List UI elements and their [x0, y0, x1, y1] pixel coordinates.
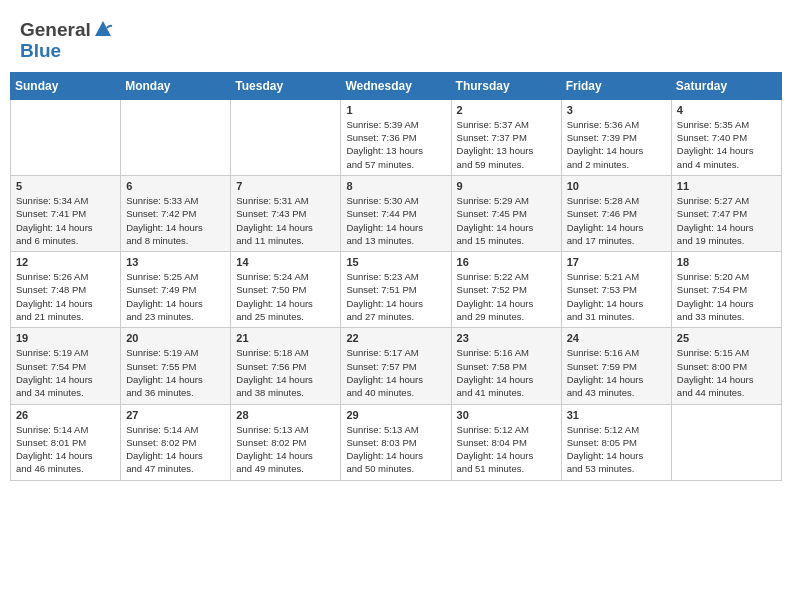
- cell-text-line: Sunrise: 5:15 AM: [677, 346, 776, 359]
- calendar-cell: [11, 99, 121, 175]
- cell-text-line: Daylight: 13 hours: [346, 144, 445, 157]
- cell-text-line: Sunrise: 5:17 AM: [346, 346, 445, 359]
- cell-text-line: Sunset: 8:00 PM: [677, 360, 776, 373]
- day-number: 3: [567, 104, 666, 116]
- cell-text-line: and 34 minutes.: [16, 386, 115, 399]
- calendar-cell: 20Sunrise: 5:19 AMSunset: 7:55 PMDayligh…: [121, 328, 231, 404]
- cell-text-line: Sunrise: 5:34 AM: [16, 194, 115, 207]
- day-number: 30: [457, 409, 556, 421]
- cell-text-line: Sunset: 7:42 PM: [126, 207, 225, 220]
- cell-text-line: Daylight: 14 hours: [677, 297, 776, 310]
- cell-text-line: Daylight: 14 hours: [126, 297, 225, 310]
- day-header-monday: Monday: [121, 72, 231, 99]
- cell-text-line: Daylight: 14 hours: [457, 297, 556, 310]
- day-number: 25: [677, 332, 776, 344]
- day-number: 9: [457, 180, 556, 192]
- cell-text-line: Sunset: 7:48 PM: [16, 283, 115, 296]
- cell-text-line: Daylight: 14 hours: [236, 373, 335, 386]
- cell-text-line: Sunrise: 5:25 AM: [126, 270, 225, 283]
- day-number: 26: [16, 409, 115, 421]
- calendar-week-2: 5Sunrise: 5:34 AMSunset: 7:41 PMDaylight…: [11, 175, 782, 251]
- cell-text-line: Sunset: 7:43 PM: [236, 207, 335, 220]
- cell-text-line: and 36 minutes.: [126, 386, 225, 399]
- day-number: 21: [236, 332, 335, 344]
- day-header-tuesday: Tuesday: [231, 72, 341, 99]
- day-number: 1: [346, 104, 445, 116]
- cell-text-line: and 50 minutes.: [346, 462, 445, 475]
- day-number: 14: [236, 256, 335, 268]
- calendar-cell: [121, 99, 231, 175]
- day-number: 18: [677, 256, 776, 268]
- cell-text-line: Sunrise: 5:12 AM: [457, 423, 556, 436]
- cell-text-line: Sunset: 7:55 PM: [126, 360, 225, 373]
- cell-text-line: Sunrise: 5:29 AM: [457, 194, 556, 207]
- logo-general-text: General: [20, 20, 91, 41]
- cell-text-line: Sunrise: 5:14 AM: [16, 423, 115, 436]
- cell-text-line: Daylight: 14 hours: [346, 221, 445, 234]
- day-number: 19: [16, 332, 115, 344]
- cell-text-line: Daylight: 14 hours: [16, 373, 115, 386]
- cell-text-line: Sunrise: 5:30 AM: [346, 194, 445, 207]
- calendar-cell: 7Sunrise: 5:31 AMSunset: 7:43 PMDaylight…: [231, 175, 341, 251]
- cell-text-line: Sunrise: 5:14 AM: [126, 423, 225, 436]
- calendar-cell: 25Sunrise: 5:15 AMSunset: 8:00 PMDayligh…: [671, 328, 781, 404]
- cell-text-line: Sunset: 8:01 PM: [16, 436, 115, 449]
- cell-text-line: and 17 minutes.: [567, 234, 666, 247]
- cell-text-line: Daylight: 14 hours: [346, 373, 445, 386]
- cell-text-line: Daylight: 14 hours: [677, 373, 776, 386]
- day-number: 8: [346, 180, 445, 192]
- cell-text-line: Sunset: 7:50 PM: [236, 283, 335, 296]
- cell-text-line: Sunrise: 5:31 AM: [236, 194, 335, 207]
- calendar-cell: 16Sunrise: 5:22 AMSunset: 7:52 PMDayligh…: [451, 252, 561, 328]
- cell-text-line: Sunset: 7:51 PM: [346, 283, 445, 296]
- cell-text-line: Sunset: 7:54 PM: [677, 283, 776, 296]
- cell-text-line: Daylight: 14 hours: [236, 221, 335, 234]
- day-number: 13: [126, 256, 225, 268]
- cell-text-line: and 11 minutes.: [236, 234, 335, 247]
- cell-text-line: and 4 minutes.: [677, 158, 776, 171]
- cell-text-line: and 25 minutes.: [236, 310, 335, 323]
- cell-text-line: and 57 minutes.: [346, 158, 445, 171]
- cell-text-line: Daylight: 14 hours: [16, 297, 115, 310]
- day-number: 22: [346, 332, 445, 344]
- cell-text-line: Sunset: 7:54 PM: [16, 360, 115, 373]
- calendar-cell: 26Sunrise: 5:14 AMSunset: 8:01 PMDayligh…: [11, 404, 121, 480]
- cell-text-line: Sunset: 7:47 PM: [677, 207, 776, 220]
- calendar-cell: 15Sunrise: 5:23 AMSunset: 7:51 PMDayligh…: [341, 252, 451, 328]
- day-number: 2: [457, 104, 556, 116]
- calendar-cell: 27Sunrise: 5:14 AMSunset: 8:02 PMDayligh…: [121, 404, 231, 480]
- cell-text-line: Sunrise: 5:16 AM: [457, 346, 556, 359]
- calendar-week-4: 19Sunrise: 5:19 AMSunset: 7:54 PMDayligh…: [11, 328, 782, 404]
- cell-text-line: Sunrise: 5:23 AM: [346, 270, 445, 283]
- calendar-week-5: 26Sunrise: 5:14 AMSunset: 8:01 PMDayligh…: [11, 404, 782, 480]
- cell-text-line: Sunset: 7:39 PM: [567, 131, 666, 144]
- cell-text-line: and 31 minutes.: [567, 310, 666, 323]
- calendar-cell: 28Sunrise: 5:13 AMSunset: 8:02 PMDayligh…: [231, 404, 341, 480]
- calendar-cell: 3Sunrise: 5:36 AMSunset: 7:39 PMDaylight…: [561, 99, 671, 175]
- cell-text-line: Sunrise: 5:39 AM: [346, 118, 445, 131]
- cell-text-line: Daylight: 14 hours: [567, 221, 666, 234]
- cell-text-line: Daylight: 14 hours: [567, 449, 666, 462]
- calendar-cell: 30Sunrise: 5:12 AMSunset: 8:04 PMDayligh…: [451, 404, 561, 480]
- day-number: 5: [16, 180, 115, 192]
- cell-text-line: Daylight: 14 hours: [567, 373, 666, 386]
- calendar-header-row: SundayMondayTuesdayWednesdayThursdayFrid…: [11, 72, 782, 99]
- cell-text-line: Daylight: 14 hours: [457, 449, 556, 462]
- calendar-cell: 29Sunrise: 5:13 AMSunset: 8:03 PMDayligh…: [341, 404, 451, 480]
- day-number: 24: [567, 332, 666, 344]
- cell-text-line: and 21 minutes.: [16, 310, 115, 323]
- cell-text-line: Sunrise: 5:33 AM: [126, 194, 225, 207]
- cell-text-line: Daylight: 14 hours: [16, 449, 115, 462]
- cell-text-line: Daylight: 14 hours: [457, 373, 556, 386]
- calendar-week-1: 1Sunrise: 5:39 AMSunset: 7:36 PMDaylight…: [11, 99, 782, 175]
- day-number: 6: [126, 180, 225, 192]
- cell-text-line: and 33 minutes.: [677, 310, 776, 323]
- day-number: 7: [236, 180, 335, 192]
- cell-text-line: Sunset: 7:52 PM: [457, 283, 556, 296]
- day-header-thursday: Thursday: [451, 72, 561, 99]
- cell-text-line: and 15 minutes.: [457, 234, 556, 247]
- cell-text-line: Sunset: 7:40 PM: [677, 131, 776, 144]
- cell-text-line: and 43 minutes.: [567, 386, 666, 399]
- calendar-cell: 2Sunrise: 5:37 AMSunset: 7:37 PMDaylight…: [451, 99, 561, 175]
- cell-text-line: Daylight: 14 hours: [567, 297, 666, 310]
